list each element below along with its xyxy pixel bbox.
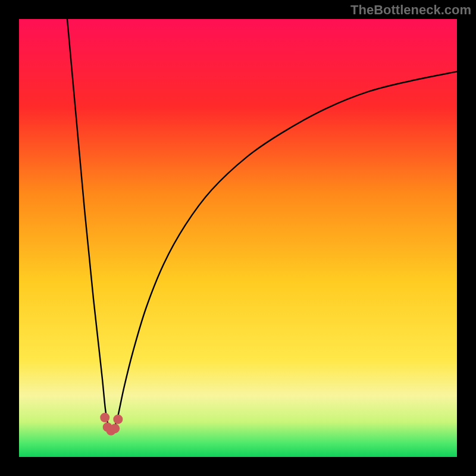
chart-frame [19, 19, 457, 457]
dip-dot [113, 415, 123, 424]
watermark-text: TheBottleneck.com [350, 2, 471, 18]
dip-dot [100, 413, 109, 422]
bottleneck-curve-chart [19, 19, 457, 457]
dip-dot [110, 424, 120, 433]
